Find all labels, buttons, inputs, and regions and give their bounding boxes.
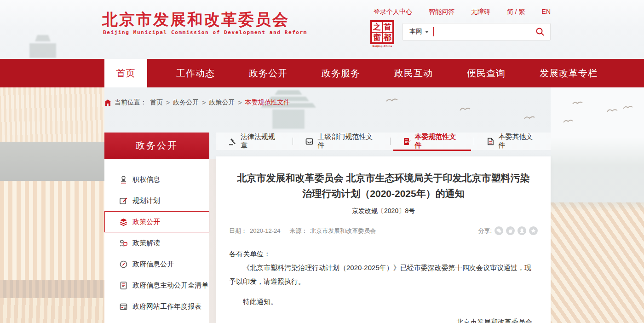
search-input[interactable] bbox=[434, 23, 535, 40]
seal-caption: Beijing-China bbox=[370, 45, 394, 47]
article-date: 2020-12-24 bbox=[250, 227, 281, 234]
tab-label: 本委规范性文件 bbox=[415, 133, 461, 150]
tab-label: 法律法规规章 bbox=[241, 133, 280, 150]
nav-item-gov-affairs[interactable]: 政务公开 bbox=[236, 59, 300, 87]
sidebar-item-label: 政策解读 bbox=[132, 239, 160, 248]
breadcrumb-policy-open[interactable]: 政策公开 bbox=[209, 98, 235, 107]
nav-item-work-news[interactable]: 工作动态 bbox=[163, 59, 228, 87]
article-doc-number: 京发改规〔2020〕8号 bbox=[216, 207, 551, 215]
english-link[interactable]: EN bbox=[542, 8, 551, 16]
sidebar-item-label: 政府网站工作年度报表 bbox=[132, 302, 201, 311]
sidebar-item-label: 规划计划 bbox=[132, 196, 160, 205]
article-signature: 北京市发展和改革委员会 bbox=[229, 315, 538, 323]
breadcrumb-current: 本委规范性文件 bbox=[245, 98, 290, 107]
nav-item-reform-special[interactable]: 发展改革专栏 bbox=[527, 59, 610, 87]
sidebar-item-planning[interactable]: 规划计划 bbox=[104, 190, 209, 211]
chevron-down-icon bbox=[425, 31, 429, 33]
tab-label: 本委其他文件 bbox=[499, 133, 538, 150]
home-icon bbox=[104, 99, 111, 106]
article-title: 北京市发展和改革委员会 北京市生态环境局关于印发北京市塑料污染治理行动计划（20… bbox=[236, 170, 530, 202]
nav-item-home[interactable]: 首页 bbox=[104, 59, 147, 87]
nav-item-gov-services[interactable]: 政务服务 bbox=[309, 59, 373, 87]
seal-char: 都 bbox=[382, 32, 393, 43]
sidebar-item-label: 政府信息主动公开全清单 bbox=[132, 281, 208, 290]
tab-laws-regulations[interactable]: 法律法规规章 bbox=[216, 133, 293, 150]
sidebar-menu: 职权信息 规划计划 政策公开 政策解读 政府信息公开 bbox=[104, 159, 209, 323]
sidebar-item-website-annual-report[interactable]: 政府网站工作年度报表 bbox=[104, 296, 209, 317]
date-label: 日期： bbox=[229, 227, 247, 234]
share-bar: 分享: bbox=[478, 226, 538, 235]
report-table-icon bbox=[119, 302, 127, 311]
site-logo-title: 北京市发展和改革委员会 bbox=[102, 9, 289, 30]
tab-commission-normative-docs[interactable]: 本委规范性文件 bbox=[391, 133, 474, 150]
search-scope-dropdown[interactable]: 本网 bbox=[403, 28, 433, 36]
tab-label: 上级部门规范性文件 bbox=[317, 133, 377, 150]
main-navigation: 首页 工作动态 政务公开 政务服务 政民互动 便民查询 发展改革专栏 bbox=[0, 59, 644, 87]
breadcrumb-separator: > bbox=[238, 99, 242, 106]
document-list-icon bbox=[119, 281, 127, 289]
page: { "colors": { "brand": "#c8161e", "nav_b… bbox=[0, 0, 644, 323]
breadcrumb-separator: > bbox=[202, 99, 206, 106]
breadcrumb-home[interactable]: 首页 bbox=[150, 98, 163, 107]
search-icon[interactable] bbox=[535, 27, 545, 36]
search-scope-label: 本网 bbox=[409, 28, 422, 36]
favorite-share-icon[interactable] bbox=[529, 226, 538, 235]
interpretation-icon bbox=[119, 239, 127, 247]
sidebar-title: 政务公开 bbox=[104, 133, 209, 159]
wechat-share-icon[interactable] bbox=[494, 226, 503, 235]
seal-char: 窗 bbox=[372, 32, 382, 43]
palace-roof-background-left bbox=[0, 87, 104, 323]
sidebar-item-label: 政府信息公开 bbox=[132, 260, 174, 269]
breadcrumb-separator: > bbox=[166, 99, 170, 106]
stamp-icon bbox=[119, 175, 127, 184]
login-personal-center-link[interactable]: 登录个人中心 bbox=[374, 8, 412, 16]
birds-decoration bbox=[377, 96, 635, 128]
article-paragraph: 特此通知。 bbox=[229, 295, 538, 309]
search-bar: 本网 bbox=[402, 23, 551, 40]
top-utility-links: 登录个人中心 智能问答 无障碍 简 / 繁 EN bbox=[374, 8, 551, 16]
pagoda-silhouette bbox=[254, 90, 323, 129]
gavel-icon bbox=[229, 138, 236, 145]
inbox-doc-icon bbox=[305, 138, 313, 145]
sidebar: 政务公开 职权信息 规划计划 政策公开 政策解读 bbox=[104, 133, 209, 323]
document-type-tabs: 法律法规规章 上级部门规范性文件 本委规范性文件 本委其他文件 bbox=[216, 133, 551, 150]
sidebar-item-authority-info[interactable]: 职权信息 bbox=[104, 169, 209, 190]
qq-share-icon[interactable] bbox=[518, 226, 526, 235]
file-other-icon bbox=[487, 138, 494, 145]
nav-item-convenient-inquiry[interactable]: 便民查询 bbox=[454, 59, 518, 87]
nav-item-public-interaction[interactable]: 政民互动 bbox=[381, 59, 446, 87]
accessibility-link[interactable]: 无障碍 bbox=[471, 8, 490, 16]
edit-plan-icon bbox=[119, 196, 127, 205]
article-source: 北京市发展和改革委员会 bbox=[310, 227, 376, 234]
simplified-traditional-link[interactable]: 简 / 繁 bbox=[507, 8, 525, 16]
article-card: 北京市发展和改革委员会 北京市生态环境局关于印发北京市塑料污染治理行动计划（20… bbox=[216, 156, 551, 323]
sidebar-item-policy-open[interactable]: 政策公开 bbox=[104, 211, 209, 232]
sidebar-item-label: 职权信息 bbox=[132, 175, 160, 184]
temple-silhouette bbox=[27, 35, 59, 58]
compass-icon bbox=[119, 260, 127, 268]
background-gap-strip bbox=[209, 159, 216, 323]
article-paragraph: 各有关单位： bbox=[229, 247, 538, 261]
layers-icon bbox=[119, 218, 127, 226]
smart-qa-link[interactable]: 智能问答 bbox=[429, 8, 454, 16]
capital-window-seal-logo[interactable]: 之 首 窗 都 Beijing-China bbox=[370, 20, 394, 47]
sidebar-item-policy-interpretation[interactable]: 政策解读 bbox=[104, 232, 209, 254]
seal-char: 首 bbox=[382, 22, 393, 32]
share-label: 分享: bbox=[478, 227, 492, 235]
tab-commission-other-docs[interactable]: 本委其他文件 bbox=[474, 133, 551, 150]
doc-pen-icon bbox=[403, 138, 411, 145]
breadcrumb-gov-affairs[interactable]: 政务公开 bbox=[173, 98, 199, 107]
article-body: 各有关单位： 《北京市塑料污染治理行动计划（2020-2025年）》已经市委深改… bbox=[229, 247, 538, 323]
site-logo-subtitle: Beijing Municipal Commission of Developm… bbox=[103, 29, 307, 35]
tab-superior-normative-docs[interactable]: 上级部门规范性文件 bbox=[293, 133, 390, 150]
breadcrumb: 当前位置： 首页 > 政务公开 > 政策公开 > 本委规范性文件 bbox=[104, 98, 290, 107]
seal-char: 之 bbox=[372, 22, 382, 32]
sidebar-item-label: 政策公开 bbox=[132, 218, 160, 226]
breadcrumb-prefix: 当前位置： bbox=[115, 98, 147, 107]
sidebar-item-gov-info-open[interactable]: 政府信息公开 bbox=[104, 254, 209, 275]
source-label: 来源： bbox=[289, 227, 307, 234]
sidebar-item-proactive-disclosure-list[interactable]: 政府信息主动公开全清单 bbox=[104, 275, 209, 296]
article-meta: 日期：2020-12-24 来源：北京市发展和改革委员会 分享: bbox=[229, 226, 538, 235]
weibo-share-icon[interactable] bbox=[506, 226, 515, 235]
sidebar-item-budget-disclosure[interactable]: 预决算公开 bbox=[104, 317, 209, 323]
